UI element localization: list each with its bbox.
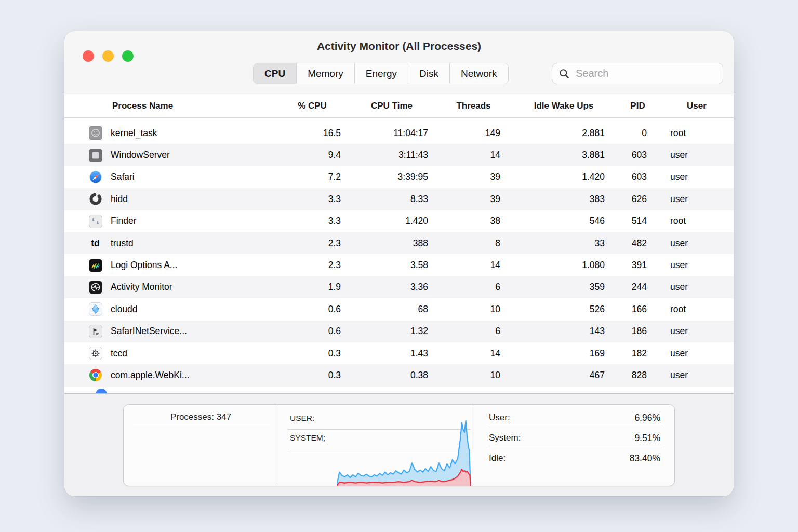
threads-count: 10 — [435, 370, 512, 381]
system-caption: SYSTEM; — [290, 433, 325, 443]
column-header-cpu-time[interactable]: CPU Time — [348, 101, 435, 111]
cpu-percent: 7.2 — [276, 171, 348, 182]
idle-wake-ups: 143 — [512, 326, 616, 337]
column-header-process-name[interactable]: Process Name — [64, 101, 276, 111]
process-name: trustd — [111, 238, 134, 249]
stat-label: Idle: — [489, 453, 506, 463]
stat-row-user: User: 6.96% — [489, 408, 661, 428]
pid: 0 — [616, 128, 660, 139]
cpu-percent: 3.3 — [276, 194, 348, 205]
pid: 482 — [616, 238, 660, 249]
threads-count: 14 — [435, 260, 512, 271]
cpu-time: 3:39:95 — [348, 171, 435, 182]
user-name: root — [660, 216, 734, 227]
process-table-body: kernel_task 16.5 11:04:17 149 2.881 0 ro… — [64, 122, 734, 387]
pid: 182 — [616, 348, 660, 359]
cpu-percent: 3.3 — [276, 216, 348, 227]
cpu-load-chart — [337, 417, 471, 486]
processes-count: Processes: 347 — [124, 412, 278, 422]
threads-count: 39 — [435, 194, 512, 205]
column-header-threads[interactable]: Threads — [435, 101, 512, 111]
process-row[interactable]: hidd 3.3 8.33 39 383 626 user — [64, 188, 734, 210]
column-header-pid[interactable]: PID — [616, 101, 660, 111]
cpu-percent: 16.5 — [276, 128, 348, 139]
cpu-summary-panel: Processes: 347 USER: SYSTEM; — [123, 404, 675, 486]
process-row[interactable]: Activity Monitor 1.9 3.36 6 359 244 user — [64, 276, 734, 298]
process-row[interactable]: com.apple.WebKi... 0.3 0.38 10 467 828 u… — [64, 364, 734, 386]
pid: 391 — [616, 260, 660, 271]
cpu-percent: 2.3 — [276, 238, 348, 249]
user-name: user — [660, 194, 734, 205]
process-row[interactable]: SafarINetService... 0.6 1.32 6 143 186 u… — [64, 321, 734, 342]
process-name: Finder — [111, 216, 137, 227]
footer: Processes: 347 USER: SYSTEM; — [64, 393, 734, 496]
process-row[interactable]: td trustd 2.3 388 8 33 482 user — [64, 232, 734, 254]
divider-line — [133, 428, 270, 428]
user-name: user — [660, 150, 734, 161]
cpu-percent: 0.6 — [276, 304, 348, 315]
threads-count: 10 — [435, 304, 512, 315]
process-row[interactable]: Safari 7.2 3:39:95 39 1.420 603 user — [64, 166, 734, 188]
process-name: Logi Options A... — [111, 260, 177, 271]
user-name: user — [660, 370, 734, 381]
tab-energy[interactable]: Energy — [355, 63, 408, 84]
threads-count: 14 — [435, 150, 512, 161]
hidd-icon — [88, 192, 102, 206]
pid: 244 — [616, 282, 660, 292]
partial-process-row[interactable] — [64, 387, 734, 393]
cpu-percentages-section: User: 6.96% System: 9.51% Idle: 83.40% — [473, 405, 674, 486]
activity-monitor-window: Activity Monitor (All Processes) CPUMemo… — [64, 31, 734, 496]
cpu-time: 68 — [348, 304, 435, 315]
pid: 514 — [616, 216, 660, 227]
cpu-time: 1.43 — [348, 348, 435, 359]
tab-cpu[interactable]: CPU — [254, 63, 297, 84]
processes-section: Processes: 347 — [124, 405, 278, 486]
search-input[interactable] — [575, 67, 716, 80]
idle-wake-ups: 526 — [512, 304, 616, 315]
user-name: user — [660, 260, 734, 271]
stat-value: 83.40% — [630, 453, 660, 464]
process-name: SafarINetService... — [111, 326, 187, 337]
idle-wake-ups: 3.881 — [512, 150, 616, 161]
user-name: user — [660, 171, 734, 182]
tab-memory[interactable]: Memory — [297, 63, 355, 84]
threads-count: 6 — [435, 282, 512, 292]
idle-wake-ups: 383 — [512, 194, 616, 205]
search-field[interactable] — [552, 63, 723, 84]
column-header-idle-wake-ups[interactable]: Idle Wake Ups — [512, 101, 616, 111]
search-icon — [559, 69, 569, 79]
tab-network[interactable]: Network — [450, 63, 508, 84]
safari-icon — [88, 170, 102, 184]
tab-disk[interactable]: Disk — [408, 63, 450, 84]
idle-wake-ups: 1.420 — [512, 171, 616, 182]
column-header-user[interactable]: User — [660, 101, 734, 111]
stat-row-system: System: 9.51% — [489, 428, 661, 448]
cpu-percent: 0.3 — [276, 348, 348, 359]
column-header-cpu[interactable]: % CPU — [276, 101, 348, 111]
process-row[interactable]: tccd 0.3 1.43 14 169 182 user — [64, 342, 734, 364]
stat-row-idle: Idle: 83.40% — [489, 448, 661, 468]
process-name: cloudd — [111, 304, 138, 315]
kernel-task-icon — [88, 126, 102, 140]
user-name: user — [660, 326, 734, 337]
cpu-percent: 9.4 — [276, 150, 348, 161]
window-server-icon — [88, 148, 102, 162]
cpu-time: 1.32 — [348, 326, 435, 337]
process-name: Safari — [111, 171, 135, 182]
process-row[interactable]: WindowServer 9.4 3:11:43 14 3.881 603 us… — [64, 144, 734, 166]
safari-net-service-icon — [88, 324, 102, 338]
idle-wake-ups: 33 — [512, 238, 616, 249]
process-row[interactable]: kernel_task 16.5 11:04:17 149 2.881 0 ro… — [64, 122, 734, 144]
user-name: user — [660, 282, 734, 292]
trustd-icon: td — [88, 236, 102, 250]
cpu-load-graph-section: USER: SYSTEM; — [278, 405, 473, 486]
process-row[interactable]: cloudd 0.6 68 10 526 166 root — [64, 298, 734, 320]
idle-wake-ups: 546 — [512, 216, 616, 227]
process-row[interactable]: Logi Options A... 2.3 3.58 14 1.080 391 … — [64, 254, 734, 276]
process-row[interactable]: Finder 3.3 1.420 38 546 514 root — [64, 210, 734, 232]
pid: 603 — [616, 171, 660, 182]
user-name: user — [660, 348, 734, 359]
cloudd-icon — [88, 302, 102, 316]
stat-value: 6.96% — [634, 413, 660, 423]
cpu-time: 0.38 — [348, 370, 435, 381]
